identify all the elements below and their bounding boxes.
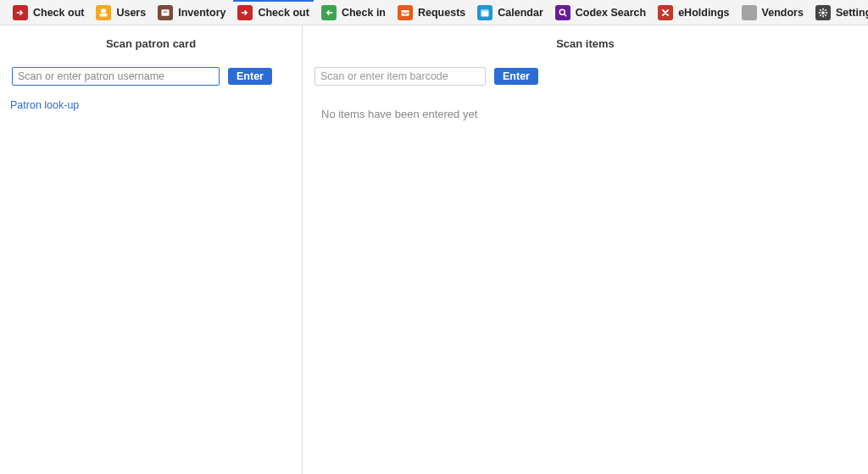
nav-tab-settings[interactable]: Settings	[810, 0, 868, 25]
topbar-nav: UsersInventoryCheck outCheck inRequestsC…	[90, 0, 868, 25]
items-empty-message: No items have been entered yet	[321, 108, 858, 120]
svg-rect-3	[164, 11, 168, 12]
nav-tab-check-out[interactable]: Check out	[231, 0, 314, 25]
topbar: Check out UsersInventoryCheck outCheck i…	[0, 0, 868, 25]
nav-label: Users	[116, 7, 146, 19]
drawer-icon	[158, 5, 173, 20]
patron-username-input[interactable]	[12, 67, 220, 86]
nav-tab-inventory[interactable]: Inventory	[152, 0, 231, 25]
items-pane: Scan items Enter No items have been ente…	[303, 25, 868, 474]
svg-rect-0	[101, 8, 106, 13]
patron-enter-button[interactable]: Enter	[228, 68, 272, 85]
nav-label: Vendors	[762, 7, 804, 19]
nav-label: Calendar	[498, 7, 543, 19]
cross-icon	[658, 5, 673, 20]
nav-tab-users[interactable]: Users	[90, 0, 152, 25]
items-pane-title: Scan items	[313, 37, 858, 50]
patron-pane-title: Scan patron card	[10, 37, 292, 50]
calendar-icon	[477, 5, 492, 20]
blank-icon	[742, 5, 757, 20]
svg-rect-6	[481, 9, 489, 11]
nav-label: Settings	[836, 7, 868, 19]
current-app-label: Check out	[33, 7, 84, 19]
nav-tab-codex-search[interactable]: Codex Search	[549, 0, 652, 25]
inbox-icon	[398, 5, 413, 20]
svg-rect-2	[162, 9, 170, 16]
nav-tab-vendors[interactable]: Vendors	[736, 0, 810, 25]
gear-icon	[815, 5, 831, 20]
search-icon	[555, 5, 570, 20]
item-barcode-input[interactable]	[314, 67, 486, 86]
svg-point-8	[821, 11, 825, 14]
current-app-tab[interactable]: Check out	[7, 0, 90, 25]
nav-label: Check in	[342, 7, 386, 19]
item-enter-button[interactable]: Enter	[494, 68, 538, 85]
nav-tab-eholdings[interactable]: eHoldings	[652, 0, 735, 25]
nav-label: Codex Search	[576, 7, 646, 19]
patron-input-row: Enter	[12, 67, 292, 86]
nav-label: Check out	[258, 7, 309, 19]
nav-tab-requests[interactable]: Requests	[392, 0, 471, 25]
user-icon	[96, 5, 111, 20]
nav-label: Inventory	[178, 7, 225, 19]
svg-rect-1	[100, 13, 108, 16]
arrow-right-icon	[237, 5, 253, 20]
nav-label: eHoldings	[678, 7, 729, 19]
main: Scan patron card Enter Patron look-up Sc…	[0, 25, 868, 474]
check-out-icon	[13, 5, 28, 20]
nav-tab-calendar[interactable]: Calendar	[471, 0, 549, 25]
patron-pane: Scan patron card Enter Patron look-up	[0, 25, 303, 474]
arrow-left-icon	[321, 5, 337, 20]
patron-lookup-link[interactable]: Patron look-up	[10, 99, 79, 111]
nav-label: Requests	[418, 7, 465, 19]
nav-tab-check-in[interactable]: Check in	[315, 0, 392, 25]
item-input-row: Enter	[314, 67, 858, 86]
